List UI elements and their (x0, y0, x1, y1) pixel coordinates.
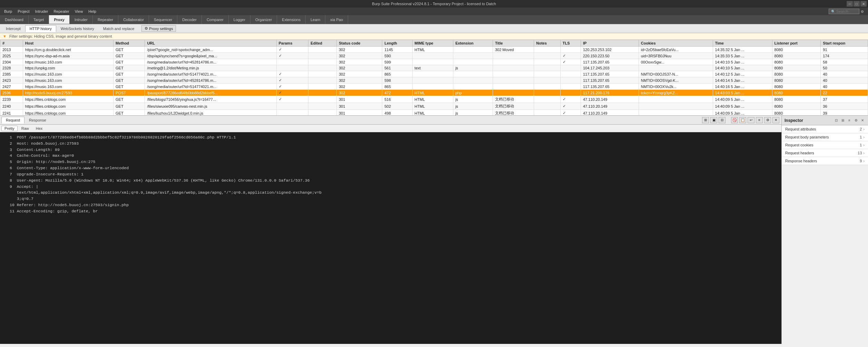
inspector-sections: Request attributes2 ›Request body parame… (782, 125, 868, 165)
menu-burp[interactable]: Burp (1, 9, 15, 14)
table-row[interactable]: 2240https://files.cnblogs.comGET/files/s… (0, 103, 868, 110)
table-row[interactable]: 2304https://music.163.comGET/song/media/… (0, 59, 868, 65)
col-header-tls[interactable]: TLS (560, 40, 581, 47)
inspector-close-btn[interactable]: ✕ (860, 118, 865, 123)
inspector-section-0[interactable]: Request attributes2 › (782, 125, 868, 133)
table-row[interactable]: 2241https://files.cnblogs.comGET/files/l… (0, 110, 868, 116)
inspector-layout-btn-2[interactable]: ⊞ (840, 118, 846, 123)
tab-extensions[interactable]: Extensions (277, 15, 306, 24)
tab-xiapao[interactable]: xia Pao (325, 15, 348, 24)
inspector-section-1[interactable]: Request body parameters1 › (782, 133, 868, 141)
inspector-hide-btn[interactable]: 🚫 (731, 117, 738, 123)
menu-help[interactable]: Help (86, 9, 99, 14)
inspector-section-3[interactable]: Request headers13 › (782, 149, 868, 157)
table-row[interactable]: 2013https://cm.g.doubleclick.netGET/pixe… (0, 47, 868, 53)
table-cell-16: 8080 (772, 65, 821, 71)
table-cell-8 (412, 53, 453, 59)
tab-request[interactable]: Request (1, 117, 24, 124)
table-cell-16: 8080 (772, 59, 821, 65)
tab-decoder[interactable]: Decoder (177, 15, 202, 24)
copy-btn[interactable]: 📋 (739, 117, 746, 123)
table-cell-13: 117.135.207.65 (581, 84, 639, 90)
tab-sequencer[interactable]: Sequencer (149, 15, 177, 24)
tab-dashboard[interactable]: Dashboard (0, 15, 29, 24)
menu-intruder[interactable]: Intruder (32, 9, 51, 14)
col-header-host[interactable]: Host (23, 40, 113, 47)
table-row[interactable]: 2328https://unpkg.comGET/meting@1.2/dist… (0, 65, 868, 71)
layout-btn-2[interactable]: ▣ (710, 117, 717, 123)
settings-icon[interactable]: ⚙ (861, 10, 864, 13)
tab-comparer[interactable]: Comparer (202, 15, 229, 24)
table-cell-4: ✓ (276, 71, 308, 77)
format-btn[interactable]: ≡ (756, 117, 763, 123)
col-header-status[interactable]: Status code (337, 40, 382, 47)
tab-target[interactable]: Target (29, 15, 49, 24)
filter-bar[interactable]: ▼ Filter settings: Hiding CSS, image and… (0, 33, 868, 40)
table-row[interactable]: 2423https://music.163.comGET/song/media/… (0, 77, 868, 84)
code-editor[interactable]: 1 POST /passport/877286ed64fb0bb88d2bbbe… (0, 132, 781, 344)
col-header-time[interactable]: Time (713, 40, 772, 47)
inspector-cols-btn[interactable]: ≡ (847, 118, 852, 123)
col-header-url[interactable]: URL (145, 40, 276, 47)
tab-learn[interactable]: Learn (306, 15, 325, 24)
fmt-hex[interactable]: Hex (33, 126, 46, 131)
tab-repeater[interactable]: Repeater (93, 15, 118, 24)
tab-intruder[interactable]: Intruder (70, 15, 93, 24)
window-controls[interactable]: ─ □ ✕ (847, 1, 867, 7)
col-header-params[interactable]: Params (276, 40, 308, 47)
table-cell-11 (534, 84, 560, 90)
col-header-method[interactable]: Method (113, 40, 145, 47)
tab-organizer[interactable]: Organizer (250, 15, 277, 24)
col-header-listener-port[interactable]: Listener port (772, 40, 821, 47)
tab-logger[interactable]: Logger (229, 15, 250, 24)
layout-btn-1[interactable]: ⊞ (702, 117, 709, 123)
col-header-edited[interactable]: Edited (308, 40, 337, 47)
minimize-button[interactable]: ─ (847, 1, 853, 7)
col-header-title[interactable]: Title (493, 40, 534, 47)
table-cell-5 (308, 47, 337, 53)
table-row[interactable]: 2427https://music.163.comGET/song/media/… (0, 84, 868, 90)
fmt-pretty[interactable]: Pretty (1, 126, 18, 131)
col-header-notes[interactable]: Notes (534, 40, 560, 47)
tab-proxy[interactable]: Proxy (49, 15, 70, 24)
table-row[interactable]: 2239https://files.cnblogs.comGET/files/b… (0, 96, 868, 103)
layout-btn-3[interactable]: ⊟ (719, 117, 726, 123)
menu-view[interactable]: View (72, 9, 86, 14)
tab-collaborator[interactable]: Collaborator (118, 15, 149, 24)
col-header-num[interactable]: # (0, 40, 23, 47)
inspector-layout-btn[interactable]: ⊡ (834, 118, 839, 123)
col-header-ext[interactable]: Extension (453, 40, 493, 47)
table-cell-11 (534, 103, 560, 110)
search-box[interactable]: 🔍 (829, 9, 859, 14)
inspector-settings-btn[interactable]: ⚙ (853, 118, 859, 123)
table-cell-15: 14:40:12 5 Jan ... (713, 71, 772, 77)
table-row[interactable]: 2385https://music.163.comGET/song/media/… (0, 71, 868, 77)
maximize-button[interactable]: □ (854, 1, 860, 7)
col-header-start-respon[interactable]: Start respon (821, 40, 868, 47)
fmt-raw[interactable]: Raw (18, 126, 32, 131)
close-panel-btn[interactable]: ✕ (772, 117, 779, 123)
table-cell-16: 8080 (772, 77, 821, 84)
col-header-cookies[interactable]: Cookies (639, 40, 713, 47)
wrap-btn[interactable]: ↩ (748, 117, 754, 123)
table-row[interactable]: 2025https://sync-dsp-ad-m.asiaGET/dsp/ap… (0, 53, 868, 59)
tab-response[interactable]: Response (24, 117, 51, 124)
menu-project[interactable]: Project (15, 9, 32, 14)
app-title: Burp Suite Professional v2024.8.1 - Temp… (372, 2, 496, 6)
table-row[interactable]: 2596http://node5.buuoj.cn:27593POST/pass… (0, 90, 868, 96)
inspector-section-4[interactable]: Response headers9 › (782, 157, 868, 165)
proxy-settings-button[interactable]: ⚙ Proxy settings (141, 25, 176, 32)
close-button[interactable]: ✕ (860, 1, 867, 7)
inspector-section-2[interactable]: Request cookies1 › (782, 141, 868, 149)
subtab-intercept[interactable]: Intercept (1, 25, 25, 32)
search-input[interactable] (836, 9, 857, 13)
col-header-length[interactable]: Length (382, 40, 412, 47)
table-cell-6: 301 (337, 103, 382, 110)
subtab-match-replace[interactable]: Match and replace (99, 25, 139, 32)
subtab-http-history[interactable]: HTTP history (25, 25, 56, 32)
menu-repeater[interactable]: Repeater (51, 9, 72, 14)
col-header-mime[interactable]: MIME type (412, 40, 453, 47)
settings-btn[interactable]: ⚙ (764, 117, 771, 123)
col-header-ip[interactable]: IP (581, 40, 639, 47)
subtab-websockets-history[interactable]: WebSockets history (56, 25, 99, 32)
